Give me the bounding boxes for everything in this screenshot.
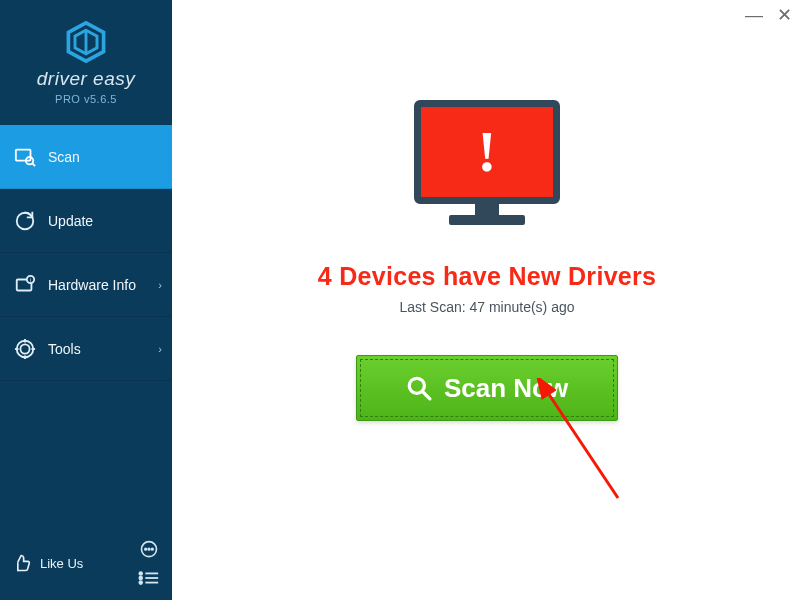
headline-text: 4 Devices have New Drivers: [318, 262, 657, 291]
update-icon: [14, 210, 36, 232]
brand-name: driver easy: [37, 68, 135, 90]
svg-line-5: [32, 163, 35, 166]
nav-label: Hardware Info: [48, 277, 136, 293]
sidebar: driver easy PRO v5.6.5 Scan: [0, 0, 172, 600]
chevron-right-icon: ›: [158, 279, 162, 291]
chevron-right-icon: ›: [158, 343, 162, 355]
nav-item-hardware[interactable]: i Hardware Info ›: [0, 253, 172, 317]
nav-item-update[interactable]: Update: [0, 189, 172, 253]
nav-item-scan[interactable]: Scan: [0, 125, 172, 189]
close-icon[interactable]: ✕: [777, 4, 792, 26]
sidebar-bottom: Like Us: [0, 530, 172, 600]
sidebar-bottom-right: [138, 540, 160, 586]
svg-text:i: i: [30, 277, 31, 283]
scan-icon: [14, 146, 36, 168]
brand-block: driver easy PRO v5.6.5: [0, 0, 172, 125]
nav-label: Tools: [48, 341, 81, 357]
svg-rect-3: [16, 149, 31, 160]
scan-now-button[interactable]: Scan Now: [356, 355, 618, 421]
nav-label: Update: [48, 213, 93, 229]
brand-version: PRO v5.6.5: [55, 93, 117, 105]
main-panel: ! 4 Devices have New Drivers Last Scan: …: [172, 0, 802, 600]
scan-now-label: Scan Now: [444, 373, 568, 404]
exclamation-icon: !: [477, 123, 496, 181]
logo-icon: [64, 20, 108, 64]
hardware-info-icon: i: [14, 274, 36, 296]
svg-point-11: [17, 340, 34, 357]
minimize-icon[interactable]: —: [745, 5, 763, 26]
svg-point-17: [145, 548, 147, 550]
like-us-label: Like Us: [40, 556, 83, 571]
like-us-button[interactable]: Like Us: [12, 553, 83, 573]
last-scan-text: Last Scan: 47 minute(s) ago: [399, 299, 574, 315]
svg-point-19: [152, 548, 154, 550]
feedback-icon[interactable]: [139, 540, 159, 560]
thumbs-up-icon: [12, 553, 32, 573]
svg-point-24: [139, 581, 142, 584]
svg-point-22: [139, 577, 142, 580]
nav-list: Scan Update i: [0, 125, 172, 381]
svg-point-10: [20, 344, 29, 353]
svg-point-18: [148, 548, 150, 550]
svg-line-27: [422, 391, 430, 399]
alert-monitor-icon: !: [412, 100, 562, 240]
tools-icon: [14, 338, 36, 360]
titlebar: — ✕: [745, 0, 802, 30]
menu-icon[interactable]: [138, 570, 160, 586]
svg-point-20: [139, 572, 142, 575]
app-window: — ✕ driver easy PRO v5.6.5 Scan: [0, 0, 802, 600]
nav-label: Scan: [48, 149, 80, 165]
nav-item-tools[interactable]: Tools ›: [0, 317, 172, 381]
search-icon: [406, 375, 432, 401]
